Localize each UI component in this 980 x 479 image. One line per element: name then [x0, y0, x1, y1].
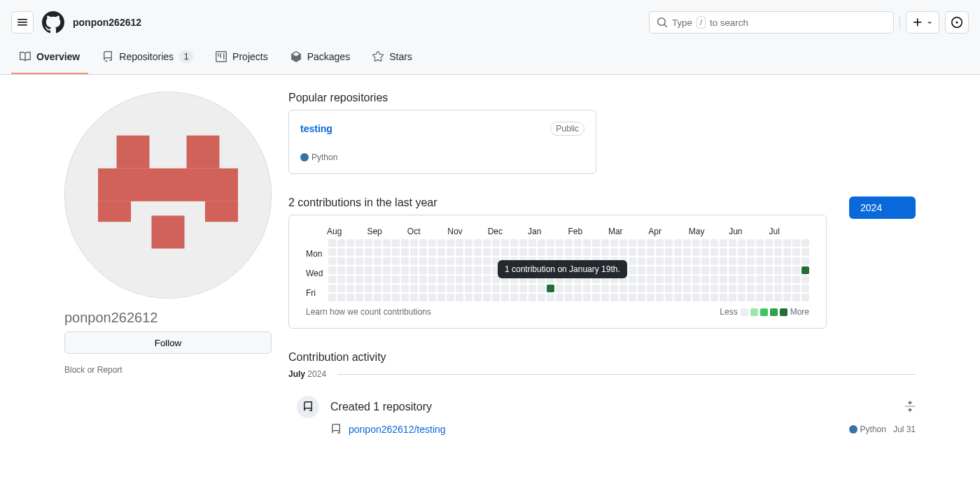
hamburger-menu-button[interactable] — [11, 11, 34, 34]
search-kbd: / — [696, 16, 706, 29]
language-label: Python — [312, 152, 337, 162]
svg-rect-1 — [117, 136, 150, 169]
profile-main: Popular repositories testing Public Pyth… — [288, 92, 916, 435]
activity-date: Jul 31 — [893, 424, 916, 434]
tab-projects[interactable]: Projects — [207, 45, 276, 74]
learn-contributions-link[interactable]: Learn how we count contributions — [306, 307, 431, 317]
tab-stars[interactable]: Stars — [364, 45, 421, 74]
timeline-month: July 2024 — [288, 369, 916, 379]
project-icon — [216, 51, 227, 62]
repo-badge-icon — [297, 396, 319, 418]
block-report-link[interactable]: Block or Report — [64, 354, 272, 375]
app-header: ponpon262612 Type / to search — [0, 0, 980, 45]
activity-repo-link[interactable]: ponpon262612/testing — [349, 424, 446, 435]
svg-rect-6 — [151, 215, 184, 248]
follow-button[interactable]: Follow — [64, 331, 272, 354]
repo-link[interactable]: testing — [300, 123, 332, 134]
contribution-legend: Less More — [720, 307, 809, 317]
svg-rect-4 — [98, 201, 131, 222]
github-logo[interactable] — [42, 11, 64, 34]
contribution-grid[interactable]: 1 contribution on January 19th. — [328, 239, 809, 301]
book-icon — [20, 51, 31, 62]
tab-repositories[interactable]: Repositories 1 — [94, 45, 202, 74]
create-new-button[interactable] — [906, 11, 939, 34]
search-placeholder-post: to search — [710, 17, 748, 28]
svg-rect-3 — [98, 169, 238, 201]
hamburger-icon — [17, 17, 28, 28]
repo-card: testing Public Python — [288, 110, 596, 174]
language-color-dot — [300, 153, 309, 162]
popular-repos-heading: Popular repositories — [288, 92, 916, 104]
issue-opened-icon — [951, 17, 962, 28]
svg-rect-2 — [186, 136, 219, 169]
issues-button[interactable] — [945, 11, 969, 34]
repo-count-badge: 1 — [179, 50, 193, 63]
year-filter-2024[interactable]: 2024 — [849, 196, 916, 219]
profile-sidebar: ponpon262612 Follow Block or Report — [64, 92, 272, 435]
repo-icon — [330, 424, 342, 435]
svg-rect-5 — [205, 201, 238, 222]
identicon-icon — [65, 92, 271, 298]
search-input[interactable]: Type / to search — [649, 11, 894, 34]
avatar[interactable] — [64, 92, 272, 299]
breadcrumb-username[interactable]: ponpon262612 — [73, 17, 141, 28]
activity-title: Created 1 repository — [330, 401, 432, 413]
tab-packages[interactable]: Packages — [282, 45, 358, 74]
package-icon — [290, 51, 302, 62]
search-icon — [657, 17, 668, 28]
chevron-down-icon — [926, 19, 933, 26]
github-mark-icon — [42, 11, 64, 34]
plus-icon — [912, 17, 923, 28]
activity-heading: Contribution activity — [288, 351, 916, 364]
tab-overview[interactable]: Overview — [11, 45, 88, 74]
search-placeholder-pre: Type — [672, 17, 692, 28]
language-color-dot — [849, 425, 858, 434]
profile-username: ponpon262612 — [64, 299, 272, 331]
contribution-tooltip: 1 contribution on January 19th. — [498, 260, 627, 278]
visibility-badge: Public — [550, 122, 584, 136]
collapse-icon[interactable] — [904, 401, 916, 414]
divider — [899, 15, 900, 29]
contributions-heading: 2 contributions in the last year — [288, 196, 827, 209]
contribution-graph: AugSepOctNovDecJanFebMarAprMayJunJul Mon… — [288, 215, 827, 329]
star-icon — [372, 51, 384, 62]
profile-nav: Overview Repositories 1 Projects Package… — [0, 45, 980, 75]
activity-item: Created 1 repository — [288, 385, 916, 418]
activity-repo-row: ponpon262612/testing Python Jul 31 — [288, 418, 916, 435]
repo-icon — [102, 51, 113, 62]
